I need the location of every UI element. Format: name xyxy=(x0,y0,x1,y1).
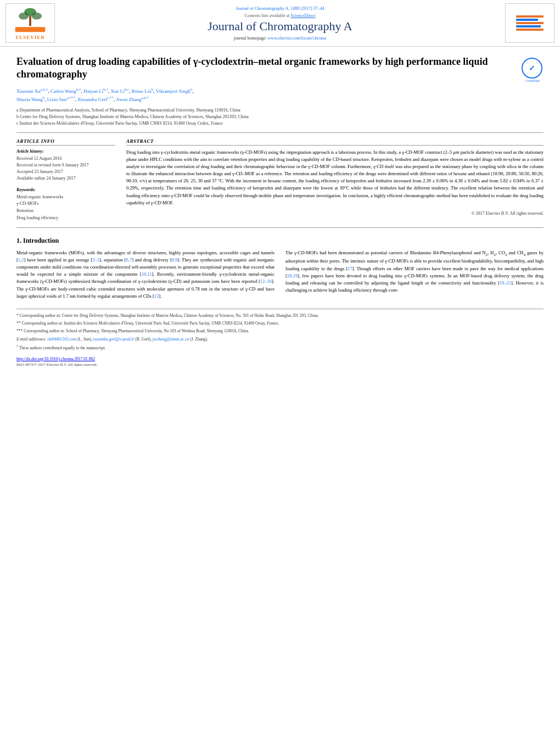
footnote-1: * Corresponding author at: Center for Dr… xyxy=(16,313,544,319)
intro-left-col: Metal-organic frameworks (MOFs), with th… xyxy=(16,249,275,303)
footnote-3: *** Corresponding author at: School of P… xyxy=(16,328,544,334)
sciencedirect-logo-box xyxy=(505,3,555,43)
body-two-col: Metal-organic frameworks (MOFs), with th… xyxy=(16,249,544,303)
page: ELSEVIER Journal of Chromatography A, 14… xyxy=(0,0,560,742)
svg-rect-5 xyxy=(15,27,46,32)
author-caifen: Caifen Wang xyxy=(51,88,76,94)
abstract-title: ABSTRACT xyxy=(126,138,544,146)
abstract-text: Drug loading into γ-cyclodextrin–metal o… xyxy=(126,149,544,207)
doi-section: http://dx.doi.org/10.1016/j.chroma.2017.… xyxy=(16,356,544,361)
email-zhang[interactable]: jwzhang@simm.ac.cn xyxy=(153,337,189,342)
keyword-4: Drug loading efficiency xyxy=(16,215,115,222)
ref-10-11[interactable]: 10,11 xyxy=(142,271,152,277)
ref-12-16[interactable]: 12–16 xyxy=(260,278,272,284)
article-info-title: ARTICLE INFO xyxy=(16,138,115,146)
elsevier-graphic xyxy=(11,6,49,34)
intro-heading: 1. Introduction xyxy=(16,237,544,245)
elsevier-text-label: ELSEVIER xyxy=(15,35,45,40)
footnote-emails: E-mail addresses: sln04401163.com (L. Su… xyxy=(16,336,544,342)
intro-number: 1. xyxy=(16,237,21,244)
author-jiwen: Jiwen Zhang xyxy=(116,97,142,102)
divider-1 xyxy=(16,132,544,133)
ref-18-19[interactable]: 18,19 xyxy=(287,273,298,278)
keywords-title: Keywords: xyxy=(16,187,115,192)
author-vikramjeet: Vikramjeet Singh xyxy=(156,88,191,94)
journal-citation: Journal of Chromatography A, 1488 (2017)… xyxy=(236,6,324,11)
keywords-section: Keywords: Metal-organic frameworks γ-CD-… xyxy=(16,187,115,222)
homepage-label: journal homepage: xyxy=(234,36,267,41)
issn-line: 0021-9673/© 2017 Elsevier B.V. All right… xyxy=(16,362,544,367)
info-abstract-cols: ARTICLE INFO Article history: Received 1… xyxy=(16,138,544,222)
article-content: Evaluation of drug loading capabilities … xyxy=(0,47,560,372)
divider-2 xyxy=(16,227,544,228)
svg-point-1 xyxy=(19,13,29,20)
affiliation-c: c Institut des Sciences Moléculaires d'O… xyxy=(16,120,544,127)
affiliations: a Department of Pharmaceutical Analysis,… xyxy=(16,107,544,127)
author-lixin: Lixin Sun xyxy=(47,97,67,102)
author-shuxia: Shuxia Wang xyxy=(16,97,43,102)
ref-19-21[interactable]: 19–21 xyxy=(500,280,511,286)
ref-3-5[interactable]: 3–5 xyxy=(92,257,99,263)
article-info-section: ARTICLE INFO Article history: Received 1… xyxy=(16,138,115,222)
email-sun[interactable]: sln04401163.com xyxy=(47,337,76,342)
svg-point-4 xyxy=(26,8,35,14)
authors-line: Xiaonan Xua,b,1, Caifen Wangb,1, Haiyan … xyxy=(16,87,544,104)
abstract-section: ABSTRACT Drug loading into γ-cyclodextri… xyxy=(126,138,544,216)
email-gref[interactable]: ruxandra.gref@u-psud.fr xyxy=(93,337,135,342)
intro-para-right: The γ-CD-MOFs had been demonstrated as p… xyxy=(285,249,544,294)
crossmark-label: CrossMark xyxy=(522,79,544,82)
affiliation-b: b Center for Drug Delivery Systems, Shan… xyxy=(16,114,544,120)
doi-link[interactable]: http://dx.doi.org/10.1016/j.chroma.2017.… xyxy=(16,356,95,361)
svg-point-2 xyxy=(32,13,42,20)
elsevier-logo: ELSEVIER xyxy=(5,3,55,43)
ref-1-2[interactable]: 1,2 xyxy=(18,257,24,263)
ref-13[interactable]: 13 xyxy=(154,293,159,299)
article-history: Article history: Received 12 August 2016… xyxy=(16,149,115,182)
journal-main-title: Journal of Chromatography A xyxy=(208,19,352,34)
author-xue: Xue Li xyxy=(110,88,124,94)
journal-header: ELSEVIER Journal of Chromatography A, 14… xyxy=(0,0,560,47)
journal-homepage: journal homepage: www.elsevier.com/locat… xyxy=(234,36,326,41)
intro-right-col: The γ-CD-MOFs had been demonstrated as p… xyxy=(285,249,544,303)
article-title-section: Evaluation of drug loading capabilities … xyxy=(16,55,544,81)
author-botao: Botao Liu xyxy=(132,88,152,94)
affiliation-a: a Department of Pharmaceutical Analysis,… xyxy=(16,107,544,114)
contents-available: Contents lists available at ScienceDirec… xyxy=(245,13,316,18)
journal-title-area: Journal of Chromatography A, 1488 (2017)… xyxy=(59,3,501,43)
sciencedirect-link[interactable]: ScienceDirect xyxy=(291,13,316,18)
author-ruxandra: Ruxandra Gref xyxy=(77,97,107,102)
intro-title: Introduction xyxy=(23,237,59,244)
homepage-link[interactable]: www.elsevier.com/locate/chroma xyxy=(268,36,327,41)
footnote-equal-contrib: 1 These authors contributed equally to t… xyxy=(16,344,544,351)
received-date: Received 12 August 2016 xyxy=(16,155,115,162)
introduction-section: 1. Introduction Metal-organic frameworks… xyxy=(16,237,544,303)
article-title-text: Evaluation of drug loading capabilities … xyxy=(16,55,516,81)
author-xiaonan: Xiaonan Xu xyxy=(16,88,41,94)
available-date: Available online 24 January 2017 xyxy=(16,175,115,182)
revised-date: Received in revised form 9 January 2017 xyxy=(16,162,115,169)
ref-8-9[interactable]: 8,9 xyxy=(172,257,178,263)
keyword-3: Retention xyxy=(16,208,115,215)
article-info-col: ARTICLE INFO Article history: Received 1… xyxy=(16,138,115,222)
article-title: Evaluation of drug loading capabilities … xyxy=(16,55,516,81)
abstract-col: ABSTRACT Drug loading into γ-cyclodextri… xyxy=(126,138,544,222)
ref-17[interactable]: 17 xyxy=(348,266,352,271)
sd-logo-lines xyxy=(516,14,544,32)
crossmark-icon[interactable]: ✓ CrossMark xyxy=(522,58,544,80)
copyright-line: © 2017 Elsevier B.V. All rights reserved… xyxy=(126,211,544,216)
accepted-date: Accepted 23 January 2017 xyxy=(16,169,115,175)
footnotes-section: * Corresponding author at: Center for Dr… xyxy=(16,309,544,351)
contents-text: Contents lists available at xyxy=(245,13,290,18)
crossmark-circle: ✓ xyxy=(522,58,542,79)
author-haiyan: Haiyan Li xyxy=(83,88,103,94)
svg-rect-3 xyxy=(29,16,31,26)
keyword-2: γ-CD-MOFs xyxy=(16,200,115,208)
history-title: Article history: xyxy=(16,149,115,154)
footnote-2: ** Corresponding author at: Institut des… xyxy=(16,320,544,326)
keyword-1: Metal-organic frameworks xyxy=(16,194,115,201)
intro-para-left: Metal-organic frameworks (MOFs), with th… xyxy=(16,249,275,300)
ref-6-7[interactable]: 6,7 xyxy=(126,257,132,263)
